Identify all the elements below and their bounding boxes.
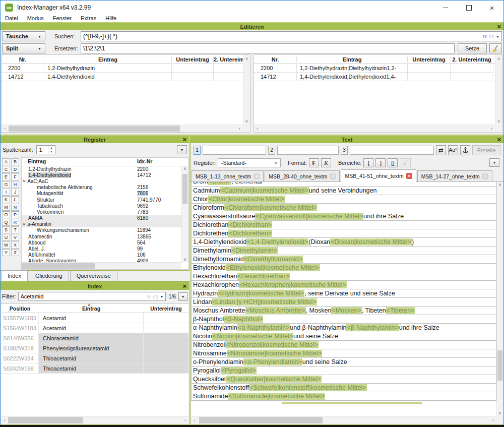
vertical-scrollbar[interactable]: ∧∨ [495,55,502,125]
tab-close-icon[interactable]: × [482,173,488,179]
column-header[interactable]: Nr. [254,56,297,63]
scroll-thumb[interactable] [497,350,502,381]
match-case-button[interactable]: Aa▽ [448,145,458,155]
expander-icon[interactable]: ∨ [22,222,26,226]
register-select[interactable]: -Standard- ∨ [218,158,281,167]
text-line[interactable]: Moschus Ambrette<Moschus Ambrette>, Mosk… [191,306,496,315]
letter-button-a[interactable]: A [2,158,10,165]
filter-input[interactable] [18,292,166,301]
index-row[interactable]: S1557W1183Acetamid [1,313,188,323]
text-search-input-1[interactable] [203,146,266,155]
register-row[interactable]: Vorkommen7783 [22,209,181,215]
scroll-up-icon[interactable]: ∧ [495,55,502,62]
scroll-thumb[interactable] [8,417,83,423]
register-row[interactable]: ∨a-Amanitin [22,221,181,227]
register-row[interactable]: Abführmittel106 [22,252,181,258]
letter-button-x[interactable]: X [11,241,19,249]
text-line[interactable]: β-Naphthol<β-Naphthol> [191,315,496,324]
index-row[interactable]: S0242W198Thioacetamid [1,363,188,374]
text-line[interactable]: Nitrosamine<Nitrosamine|kosmetische Mitt… [191,349,496,358]
scroll-down-icon[interactable]: ∨ [182,257,188,262]
index-row[interactable]: S1564W1103Acetamid [1,323,188,333]
text-line[interactable]: Cadmium<Cadmium|kosmetische Mittel> und … [191,186,496,195]
column-header[interactable]: 2. Untereintrag [451,56,493,63]
text-line[interactable]: Pyrogallol<Pyrogallol> [191,366,496,375]
column-header[interactable]: Eintrag [44,56,172,63]
register-row[interactable]: 1,4-Diethylendioxid14712 [22,172,181,178]
column-header[interactable]: Untereintrag [172,56,214,63]
text-line[interactable]: 1,4-Diethylendioxid<1,4-Diethylendioxid>… [191,237,496,247]
text-line[interactable]: Nicotin<Nicotin|kosmetische Mittel> und … [191,332,496,341]
letter-button-t[interactable]: T [11,226,19,233]
column-header[interactable]: Eintrag [297,56,408,63]
horizontal-scrollbar[interactable]: ‹› [2,125,243,132]
letter-button-i[interactable]: I [2,189,10,196]
register-vertical-scrollbar[interactable]: ∧ ∨ [181,166,188,262]
register-row[interactable]: AAMA6180 [22,215,181,221]
register-row[interactable]: Abamectin13865 [22,233,181,239]
tab-close-icon[interactable]: × [330,173,336,179]
table-row[interactable]: 22001,2-Diethylhydrazin [2,64,243,73]
document-tab[interactable]: MSB_1-13_ohne_textm× [192,170,264,181]
document-tab[interactable]: MSB_41-51_ohne_textm× [341,169,416,182]
letter-button-g[interactable]: G [2,181,10,188]
case-flag[interactable]: cs [489,34,494,39]
scroll-thumb[interactable] [22,263,95,269]
index-dropdown-button[interactable]: ▼ [178,292,187,301]
letter-button-l[interactable]: L [11,196,19,203]
letter-button-p[interactable]: P [11,211,19,218]
field-2-chip[interactable]: 2 [268,146,275,155]
register-col-idxnr[interactable]: Idx-Nr [137,158,152,164]
letter-button-m[interactable]: M [2,204,10,211]
register-close-icon[interactable]: × [182,136,186,143]
column-header[interactable]: Eintrag [39,306,144,312]
menu-item-modus[interactable]: Modus [23,15,48,22]
letter-button-z[interactable]: Z [11,249,19,256]
letter-button-s[interactable]: S [2,226,10,233]
tab-close-icon[interactable]: × [406,173,412,179]
column-header[interactable]: Untereintrag [408,56,451,63]
tab-gliederung[interactable]: Gliederung [29,271,69,281]
scroll-right-icon[interactable]: › [181,418,188,423]
register-row[interactable]: Struktur7741,9770 [22,197,181,203]
area-open-button[interactable]: [ [363,158,373,167]
index-row[interactable]: S1802W319Phenylessigsäureacetamid [1,343,188,353]
scroll-right-icon[interactable]: › [489,418,496,423]
letter-button-n[interactable]: N [11,204,19,211]
tab-close-icon[interactable]: × [254,173,260,179]
editieren-close-icon[interactable]: × [497,23,501,30]
text-line[interactable]: Dichlorethen<Dichlorethen> [191,229,496,238]
register-dropdown-button[interactable]: ▼ [177,145,187,154]
register-row[interactable]: Aborte, Spontanraten4909 [22,258,181,262]
scroll-thumb[interactable] [199,417,323,423]
letter-button-h[interactable]: H [11,181,19,188]
spin-up-icon[interactable]: ▲ [48,146,55,150]
letter-button-o[interactable]: O [2,211,10,218]
area-both-button[interactable]: [] [388,158,398,167]
letter-button-d[interactable]: D [11,166,19,173]
letter-button-q[interactable]: Q [2,219,10,226]
letter-button-f[interactable]: F [11,173,19,180]
swap-fields-button[interactable]: ⇄ [436,145,446,155]
letter-button-w[interactable]: W [2,241,10,249]
index-row[interactable]: S0222W334Thioacetamid [1,353,188,363]
document-tab[interactable]: MSB_14-27_ohne_textm× [417,170,492,181]
scroll-up-icon[interactable]: ∧ [497,182,503,187]
scroll-thumb[interactable] [182,174,187,204]
scroll-down-icon[interactable]: ∨ [495,117,502,125]
tab-querverweise[interactable]: Querverweise [70,271,117,281]
text-line[interactable]: Sulfonamide<Sulfonamide|kosmetische Mitt… [191,392,496,401]
minimize-button[interactable] [434,1,457,15]
text-line[interactable]: o-Phenylendiamin<o-Phenylendiamin> und s… [191,357,496,367]
vertical-scrollbar[interactable]: ∧∨ [243,55,250,125]
text-horizontal-scrollbar[interactable]: ‹ › [191,416,496,424]
text-line[interactable]: Cyanwasserstoffsäure<Cyanwasserstoff|kos… [191,212,496,221]
setze-button[interactable]: Setze [458,43,487,53]
scroll-up-icon[interactable]: ∧ [182,166,188,171]
column-header[interactable]: Position [1,306,39,312]
letter-button-e[interactable]: E [2,173,10,180]
field-3-chip[interactable]: 3 [341,146,348,155]
text-line[interactable]: Hydrazin<Hydrazin|kosmetische Mittel>, s… [191,289,496,298]
spin-down-icon[interactable]: ▼ [48,150,55,154]
scroll-left-icon[interactable]: ‹ [254,126,261,131]
